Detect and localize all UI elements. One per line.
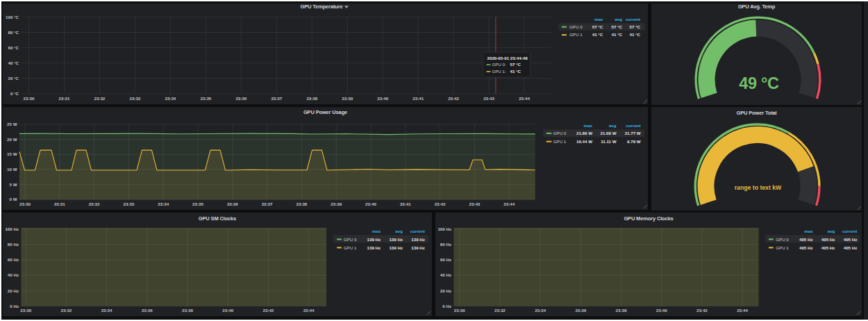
svg-text:23:38: 23:38: [296, 201, 307, 206]
svg-text:57 °C: 57 °C: [629, 24, 640, 29]
svg-text:100 Hz: 100 Hz: [437, 227, 451, 231]
svg-text:avg: avg: [828, 229, 835, 233]
svg-text:23:41: 23:41: [400, 201, 411, 206]
svg-text:23:44: 23:44: [737, 308, 748, 313]
svg-text:23:32: 23:32: [494, 308, 506, 313]
svg-text:139 Hz: 139 Hz: [367, 245, 381, 250]
svg-text:23:36: 23:36: [575, 308, 586, 313]
svg-text:23:42: 23:42: [262, 308, 274, 313]
svg-text:23:36: 23:36: [227, 201, 238, 206]
svg-text:GPU Power Total: GPU Power Total: [736, 110, 776, 116]
svg-text:23:34: 23:34: [165, 96, 176, 101]
svg-text:139 Hz: 139 Hz: [411, 237, 425, 242]
svg-text:GPU 1: GPU 1: [344, 245, 357, 250]
svg-text:40 °C: 40 °C: [8, 60, 19, 65]
svg-text:100 °C: 100 °C: [6, 15, 19, 19]
svg-text:23:32: 23:32: [89, 201, 100, 206]
svg-text:avg: avg: [615, 17, 622, 22]
svg-text:80 °C: 80 °C: [8, 30, 19, 35]
svg-text:21.77 W: 21.77 W: [625, 131, 641, 135]
svg-text:23:44: 23:44: [519, 96, 530, 101]
svg-text:23:39: 23:39: [331, 201, 342, 206]
svg-text:23:31: 23:31: [54, 201, 65, 206]
svg-text:5 W: 5 W: [9, 182, 17, 187]
svg-text:GPU SM Clocks: GPU SM Clocks: [199, 215, 236, 222]
svg-text:0 W: 0 W: [9, 197, 17, 201]
svg-text:23:34: 23:34: [101, 308, 112, 313]
svg-text:23:40: 23:40: [222, 308, 233, 313]
svg-text:139 Hz: 139 Hz: [411, 245, 425, 250]
svg-text:23:37: 23:37: [271, 96, 282, 101]
svg-text:23:32: 23:32: [94, 96, 105, 101]
svg-text:23:34: 23:34: [158, 201, 169, 206]
svg-text:20 °C: 20 °C: [8, 76, 19, 81]
svg-text:GPU 0: GPU 0: [553, 131, 567, 135]
svg-text:405 Hz: 405 Hz: [799, 237, 813, 242]
svg-text:23:40: 23:40: [365, 201, 376, 206]
svg-text:23:35: 23:35: [200, 96, 211, 101]
svg-text:25 W: 25 W: [7, 122, 17, 126]
svg-text:max: max: [804, 229, 813, 233]
svg-text:GPU 0: GPU 0: [569, 24, 583, 29]
svg-text:0 Hz: 0 Hz: [10, 304, 19, 308]
svg-text:current: current: [626, 17, 640, 22]
svg-text:0 °C: 0 °C: [10, 91, 19, 96]
svg-text:0 Hz: 0 Hz: [442, 304, 451, 308]
svg-text:23:32: 23:32: [60, 308, 72, 313]
svg-text:23:30: 23:30: [24, 96, 35, 101]
svg-text:11.11 W: 11.11 W: [601, 139, 617, 144]
svg-text:20 Hz: 20 Hz: [440, 288, 451, 293]
svg-text:23:35: 23:35: [192, 201, 203, 206]
svg-text:57 °C: 57 °C: [510, 62, 521, 67]
svg-text:23:33: 23:33: [129, 96, 140, 101]
svg-text:GPU 0: GPU 0: [344, 237, 357, 242]
svg-text:23:42: 23:42: [435, 201, 446, 206]
svg-text:405 Hz: 405 Hz: [821, 237, 835, 242]
svg-text:23:34: 23:34: [535, 308, 546, 313]
svg-text:avg: avg: [395, 229, 403, 233]
svg-text:GPU Avg. Temp: GPU Avg. Temp: [738, 3, 776, 10]
svg-text:57 °C: 57 °C: [611, 24, 622, 29]
svg-text:2020-05-01 23:44:48: 2020-05-01 23:44:48: [487, 56, 528, 60]
svg-text:405 Hz: 405 Hz: [844, 245, 858, 250]
svg-text:405 Hz: 405 Hz: [799, 245, 813, 250]
svg-text:GPU Memory Clocks: GPU Memory Clocks: [624, 215, 673, 222]
svg-text:40 Hz: 40 Hz: [440, 272, 451, 277]
svg-text:GPU 1: GPU 1: [569, 32, 583, 37]
svg-text:current: current: [842, 229, 857, 233]
svg-text:GPU 0: GPU 0: [776, 237, 789, 242]
svg-text:21.68 W: 21.68 W: [600, 131, 616, 135]
svg-text:avg: avg: [609, 123, 617, 128]
svg-text:23:30: 23:30: [20, 308, 31, 313]
svg-text:23:37: 23:37: [262, 201, 273, 206]
svg-text:23:36: 23:36: [235, 96, 247, 101]
svg-text:23:44: 23:44: [503, 201, 515, 206]
svg-text:current: current: [410, 229, 425, 233]
svg-text:23:39: 23:39: [342, 96, 353, 101]
svg-text:9.79 W: 9.79 W: [627, 139, 641, 144]
svg-text:21.86 W: 21.86 W: [576, 131, 592, 135]
svg-text:23:38: 23:38: [182, 308, 193, 313]
svg-text:60 Hz: 60 Hz: [8, 257, 19, 262]
svg-text:current: current: [626, 123, 640, 128]
svg-text:23:30: 23:30: [454, 308, 465, 313]
svg-text:GPU 1: GPU 1: [776, 245, 789, 250]
svg-text:16.44 W: 16.44 W: [576, 139, 592, 144]
svg-text:20 Hz: 20 Hz: [8, 288, 19, 293]
svg-text:GPU 0:: GPU 0:: [492, 62, 506, 67]
svg-text:80 Hz: 80 Hz: [440, 242, 451, 247]
svg-text:GPU 1: GPU 1: [553, 139, 567, 144]
svg-text:405 Hz: 405 Hz: [821, 245, 835, 250]
svg-text:60 °C: 60 °C: [8, 45, 19, 50]
svg-text:23:33: 23:33: [123, 201, 134, 206]
svg-text:GPU Power Usage: GPU Power Usage: [303, 109, 347, 115]
svg-text:139 Hz: 139 Hz: [389, 245, 403, 250]
svg-text:139 Hz: 139 Hz: [389, 237, 403, 242]
svg-text:23:42: 23:42: [696, 308, 708, 313]
svg-text:41 °C: 41 °C: [592, 32, 603, 37]
svg-text:23:38: 23:38: [616, 308, 627, 313]
svg-text:100 Hz: 100 Hz: [5, 227, 19, 231]
svg-text:80 Hz: 80 Hz: [8, 242, 19, 247]
svg-text:23:41: 23:41: [412, 96, 424, 101]
svg-text:23:30: 23:30: [19, 201, 31, 206]
